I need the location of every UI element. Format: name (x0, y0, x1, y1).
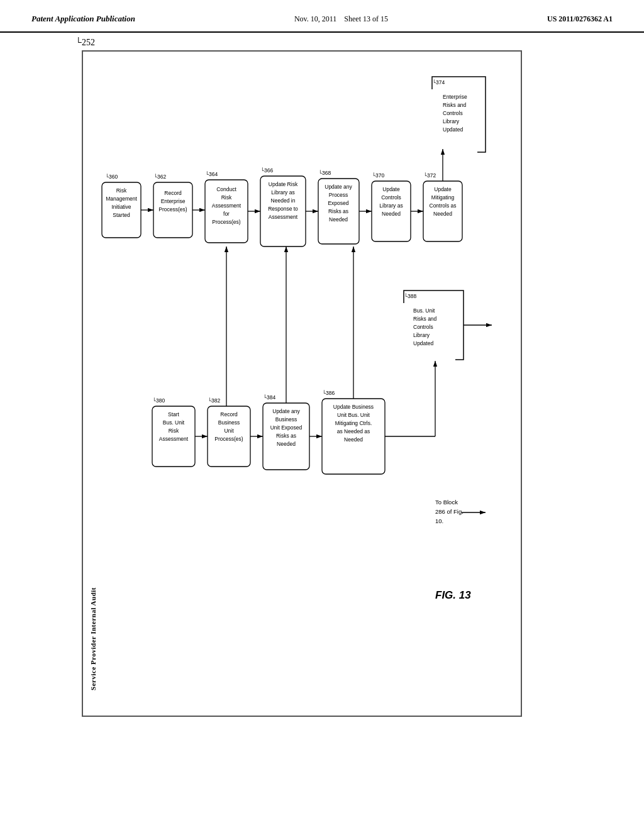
svg-text:Mitigating: Mitigating (431, 194, 455, 201)
patent-ref: US 2011/0276362 A1 (547, 14, 613, 24)
svg-text:Response to: Response to (268, 206, 298, 212)
svg-text:Library as: Library as (379, 202, 402, 209)
svg-text:Needed: Needed (277, 441, 296, 447)
main-flowchart: └360 Risk Management Initiative Started … (83, 52, 511, 706)
svg-text:FIG. 13: FIG. 13 (435, 589, 471, 601)
svg-text:└374: └374 (432, 79, 445, 86)
svg-text:└384: └384 (263, 394, 275, 401)
svg-text:Update any: Update any (272, 408, 300, 414)
svg-text:└370: └370 (372, 172, 384, 179)
svg-text:└366: └366 (260, 167, 273, 174)
svg-text:Risk: Risk (221, 194, 232, 201)
svg-text:Exposed: Exposed (328, 200, 348, 206)
svg-text:Library: Library (413, 332, 430, 338)
svg-text:for: for (223, 211, 230, 217)
svg-text:Needed: Needed (382, 211, 401, 217)
svg-text:Risks and: Risks and (443, 102, 467, 108)
svg-text:└380: └380 (152, 397, 165, 404)
svg-text:Controls: Controls (443, 110, 463, 116)
svg-text:Unit Exposed: Unit Exposed (270, 424, 303, 431)
svg-text:Process(es): Process(es) (212, 219, 241, 225)
svg-text:Unit: Unit (224, 428, 234, 434)
svg-text:Started: Started (113, 212, 130, 218)
svg-text:Updated: Updated (413, 340, 433, 346)
svg-text:Conduct: Conduct (216, 186, 236, 192)
svg-text:Process: Process (329, 192, 348, 198)
svg-text:└362: └362 (153, 174, 166, 180)
svg-text:└364: └364 (205, 171, 218, 177)
svg-text:Library: Library (443, 118, 460, 124)
svg-text:Risks and: Risks and (413, 316, 437, 322)
svg-text:To Block: To Block (435, 499, 458, 506)
svg-text:└386: └386 (322, 390, 335, 396)
svg-text:Risks as: Risks as (276, 433, 296, 439)
svg-text:Process(es): Process(es) (214, 436, 243, 442)
svg-text:Record: Record (164, 190, 182, 196)
svg-text:Process(es): Process(es) (158, 206, 187, 213)
svg-text:Business: Business (275, 416, 297, 423)
svg-text:Update any: Update any (325, 184, 352, 190)
svg-text:└382: └382 (208, 397, 220, 404)
svg-text:Management: Management (106, 196, 137, 202)
svg-text:Assessment: Assessment (269, 214, 298, 220)
svg-text:Enterprise: Enterprise (443, 94, 467, 100)
svg-text:286 of Fig.: 286 of Fig. (435, 508, 464, 515)
svg-text:Assessment: Assessment (212, 202, 242, 209)
ref-252-mark: └252 (75, 38, 95, 48)
svg-text:Needed: Needed (329, 216, 348, 223)
svg-text:Risk: Risk (169, 428, 179, 434)
service-provider-label: Service Provider Internal Audit (89, 587, 97, 690)
svg-text:Business: Business (218, 419, 240, 426)
svg-text:└368: └368 (318, 170, 331, 176)
svg-text:Unit Bus. Unit: Unit Bus. Unit (337, 412, 370, 418)
svg-text:Needed: Needed (433, 211, 452, 217)
svg-text:Update Risk: Update Risk (269, 181, 298, 187)
svg-text:as Needed as: as Needed as (337, 428, 370, 434)
svg-text:Record: Record (220, 411, 238, 418)
svg-text:Controls as: Controls as (430, 202, 457, 209)
header: Patent Application Publication Nov. 10, … (0, 0, 644, 33)
svg-text:Controls: Controls (381, 194, 401, 201)
svg-text:Risks as: Risks as (328, 208, 348, 214)
svg-text:└372: └372 (423, 172, 436, 179)
svg-text:Enterprise: Enterprise (161, 198, 186, 204)
svg-text:Update: Update (434, 186, 452, 192)
svg-text:Bus. Unit: Bus. Unit (413, 307, 435, 314)
svg-text:Update: Update (382, 186, 400, 192)
pub-label: Patent Application Publication (31, 14, 135, 24)
svg-text:Start: Start (168, 411, 180, 418)
svg-text:Needed in: Needed in (271, 197, 296, 204)
diagram-box: Service Provider Internal Audit └360 Ris… (82, 50, 522, 717)
svg-text:Controls: Controls (413, 324, 433, 330)
svg-text:Bus. Unit: Bus. Unit (163, 419, 185, 426)
svg-text:Mitigating Ctrls.: Mitigating Ctrls. (335, 420, 372, 426)
svg-text:Update Business: Update Business (333, 404, 374, 410)
svg-text:Initiative: Initiative (111, 204, 131, 210)
svg-text:Library as: Library as (271, 189, 294, 196)
svg-text:└388: └388 (404, 293, 416, 299)
date-sheet: Nov. 10, 2011 Sheet 13 of 15 (294, 14, 388, 24)
svg-text:└360: └360 (105, 174, 118, 180)
svg-text:Risk: Risk (116, 187, 127, 194)
svg-text:10.: 10. (435, 517, 443, 524)
svg-text:Assessment: Assessment (159, 436, 189, 442)
svg-text:Updated: Updated (443, 126, 463, 133)
svg-text:Needed: Needed (344, 436, 363, 443)
